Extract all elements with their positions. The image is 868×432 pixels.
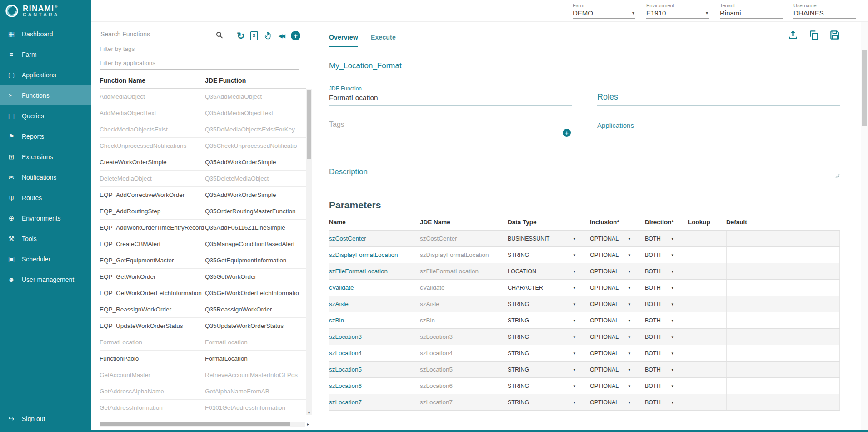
param-inclusion-select[interactable]: OPTIONAL▾ [590, 236, 645, 242]
param-data-type-select[interactable]: STRING▾ [508, 399, 590, 406]
param-lookup-cell[interactable] [688, 378, 726, 394]
filter-by-tags-input[interactable] [100, 41, 299, 55]
sidebar-item-dashboard[interactable]: ▦Dashboard [0, 24, 91, 44]
sidebar-item-farm[interactable]: ≡Farm [0, 44, 91, 65]
param-direction-select[interactable]: BOTH▾ [645, 334, 688, 340]
param-inclusion-select[interactable]: OPTIONAL▾ [590, 317, 645, 324]
function-row[interactable]: AddMediaObjectQ35AddMediaObject [100, 89, 306, 105]
param-inclusion-select[interactable]: OPTIONAL▾ [590, 285, 645, 291]
param-data-type-select[interactable]: STRING▾ [508, 383, 590, 389]
param-lookup-cell[interactable] [688, 394, 726, 410]
param-direction-select[interactable]: BOTH▾ [645, 317, 688, 324]
function-row[interactable]: EQP_GetEquipmentMasterQ35GetEquipmentInf… [100, 252, 306, 269]
param-lookup-cell[interactable] [688, 296, 726, 312]
function-row[interactable]: GetAccountMasterRetrieveAccountMasterInf… [100, 367, 306, 383]
param-default-cell[interactable] [726, 329, 840, 345]
refresh-icon[interactable]: ↻ [237, 31, 245, 40]
param-data-type-select[interactable]: CHARACTER▾ [508, 285, 590, 291]
param-inclusion-select[interactable]: OPTIONAL▾ [590, 334, 645, 340]
functions-vertical-scrollbar-thumb[interactable] [307, 90, 311, 159]
function-row[interactable]: EQP_UpdateWorkOrderStatusQ35UpdateWorkOr… [100, 318, 306, 334]
functions-horizontal-scrollbar[interactable]: ▸ [100, 422, 311, 427]
function-row[interactable]: CheckMediaObjectsExistQ35DoMediaObjectsE… [100, 121, 306, 138]
param-lookup-cell[interactable] [688, 312, 726, 328]
param-direction-select[interactable]: BOTH▾ [645, 367, 688, 373]
function-row[interactable]: EQP_GetWorkOrderQ35GetWorkOrder [100, 269, 306, 285]
function-row[interactable]: GetAddressAlphaNameGetAlphaNameFromAB [100, 383, 306, 400]
param-name-link[interactable]: szLocation5 [329, 366, 420, 373]
param-lookup-cell[interactable] [688, 345, 726, 361]
function-row[interactable]: FunctionPabloFormatLocation [100, 351, 306, 367]
param-inclusion-select[interactable]: OPTIONAL▾ [590, 367, 645, 373]
functions-horizontal-scrollbar-track[interactable] [100, 422, 305, 427]
param-lookup-cell[interactable] [688, 247, 726, 263]
upload-icon[interactable] [787, 29, 799, 43]
save-icon[interactable] [829, 29, 841, 43]
param-name-link[interactable]: szFileFormatLocation [329, 268, 420, 275]
sidebar-item-sign-out[interactable]: ↪ Sign out [0, 409, 91, 428]
sidebar-item-notifications[interactable]: ✉Notifications [0, 167, 91, 187]
function-row[interactable]: EQP_ReassignWorkOrderQ35ReassignWorkOrde… [100, 301, 306, 318]
param-data-type-select[interactable]: STRING▾ [508, 334, 590, 340]
param-direction-select[interactable]: BOTH▾ [645, 252, 688, 258]
main-vertical-scrollbar[interactable] [861, 22, 868, 432]
function-row[interactable]: EQP_GetWorkOrderFetchInformationQ35GetWo… [100, 285, 306, 301]
param-direction-select[interactable]: BOTH▾ [645, 285, 688, 291]
sidebar-item-applications[interactable]: ▢Applications [0, 65, 91, 85]
param-default-cell[interactable] [726, 231, 840, 246]
param-lookup-cell[interactable] [688, 362, 726, 377]
param-name-link[interactable]: szLocation6 [329, 382, 420, 389]
param-data-type-select[interactable]: STRING▾ [508, 350, 590, 357]
function-row[interactable]: AddMediaObjectTextQ35AddMediaObjectText [100, 105, 306, 121]
param-inclusion-select[interactable]: OPTIONAL▾ [590, 383, 645, 389]
param-inclusion-select[interactable]: OPTIONAL▾ [590, 399, 645, 406]
search-input[interactable] [100, 30, 216, 38]
add-function-icon[interactable]: + [291, 31, 300, 40]
param-default-cell[interactable] [726, 345, 840, 361]
sidebar-item-environments[interactable]: ⊕Environments [0, 208, 91, 228]
export-excel-icon[interactable]: X [250, 31, 258, 40]
param-data-type-select[interactable]: STRING▾ [508, 252, 590, 258]
add-tag-icon[interactable]: + [563, 129, 571, 137]
param-lookup-cell[interactable] [688, 231, 726, 246]
param-inclusion-select[interactable]: OPTIONAL▾ [590, 252, 645, 258]
param-name-link[interactable]: szDisplayFormatLocation [329, 251, 420, 258]
header-field-value[interactable]: DEMO▾ [573, 8, 635, 19]
param-default-cell[interactable] [726, 312, 840, 328]
param-name-link[interactable]: szCostCenter [329, 235, 420, 242]
jde-function-field[interactable]: JDE Function FormatLocation [329, 85, 572, 106]
param-default-cell[interactable] [726, 247, 840, 263]
function-name-field[interactable]: My_Location_Format [329, 61, 840, 75]
function-row[interactable]: DeleteMediaObjectQ35DeleteMediaObject [100, 171, 306, 187]
param-direction-select[interactable]: BOTH▾ [645, 383, 688, 389]
resize-handle-icon[interactable] [835, 171, 840, 181]
function-row[interactable]: EQP_CreateCBMAlertQ35ManageConditionBase… [100, 236, 306, 252]
tags-field[interactable]: Tags + [329, 118, 572, 140]
param-direction-select[interactable]: BOTH▾ [645, 236, 688, 242]
param-direction-select[interactable]: BOTH▾ [645, 399, 688, 406]
function-row[interactable]: EQP_AddRoutingStepQ35OrderRoutingMasterF… [100, 203, 306, 220]
function-row[interactable]: CheckUnprocessedNotificationsQ35CheckUnp… [100, 138, 306, 154]
filter-by-applications-input[interactable] [100, 55, 299, 70]
tab-overview[interactable]: Overview [329, 34, 358, 47]
param-data-type-select[interactable]: STRING▾ [508, 367, 590, 373]
scroll-right-icon[interactable]: ▸ [305, 422, 311, 427]
param-name-link[interactable]: szAisle [329, 301, 420, 307]
param-inclusion-select[interactable]: OPTIONAL▾ [590, 268, 645, 275]
header-field-value[interactable]: E1910▾ [646, 8, 709, 19]
function-row[interactable]: CreateWorkOrderSimpleQ35AddWorkOrderSimp… [100, 154, 306, 171]
function-row[interactable]: FormatLocationFormatLocation [100, 334, 306, 351]
param-default-cell[interactable] [726, 296, 840, 312]
function-row[interactable]: EQP_AddCorrectiveWorkOrderQ35AddWorkOrde… [100, 187, 306, 203]
collapse-panel-icon[interactable]: ◀◀ [279, 33, 285, 39]
param-name-link[interactable]: szBin [329, 317, 420, 324]
param-data-type-select[interactable]: LOCATION▾ [508, 268, 590, 275]
param-data-type-select[interactable]: STRING▾ [508, 317, 590, 324]
functions-horizontal-scrollbar-thumb[interactable] [100, 422, 290, 426]
sidebar-item-extensions[interactable]: ⊞Extensions [0, 146, 91, 167]
copy-icon[interactable] [808, 29, 820, 43]
sidebar-item-reports[interactable]: ⚑Reports [0, 126, 91, 146]
param-default-cell[interactable] [726, 378, 840, 394]
param-direction-select[interactable]: BOTH▾ [645, 268, 688, 275]
tab-execute[interactable]: Execute [371, 34, 396, 47]
